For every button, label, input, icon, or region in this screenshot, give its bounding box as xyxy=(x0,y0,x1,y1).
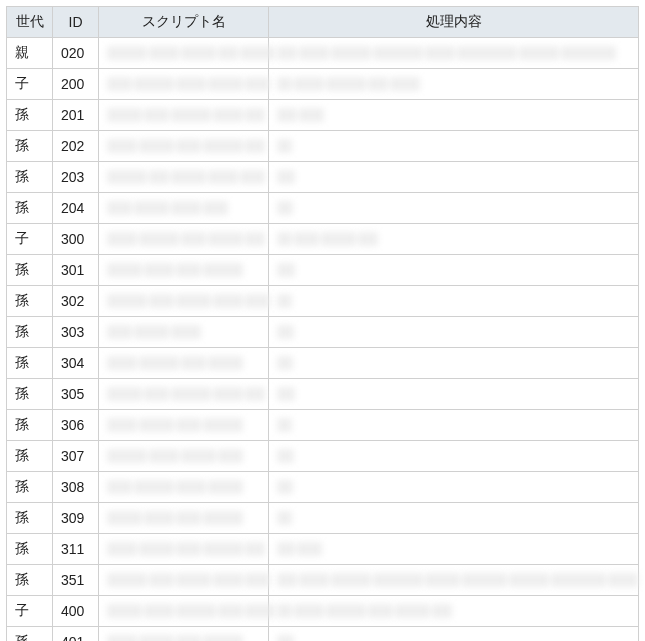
cell-script-name xyxy=(99,627,269,642)
cell-process xyxy=(269,596,639,627)
cell-script-name xyxy=(99,503,269,534)
cell-generation: 孫 xyxy=(7,255,53,286)
cell-process xyxy=(269,131,639,162)
cell-id: 020 xyxy=(53,38,99,69)
cell-id: 301 xyxy=(53,255,99,286)
cell-process xyxy=(269,162,639,193)
cell-process xyxy=(269,348,639,379)
cell-script-name xyxy=(99,162,269,193)
cell-process xyxy=(269,286,639,317)
cell-script-name xyxy=(99,193,269,224)
cell-process xyxy=(269,472,639,503)
cell-id: 306 xyxy=(53,410,99,441)
cell-generation: 孫 xyxy=(7,472,53,503)
cell-script-name xyxy=(99,379,269,410)
cell-process xyxy=(269,441,639,472)
cell-generation: 孫 xyxy=(7,627,53,642)
script-table: 世代 ID スクリプト名 処理内容 親020子200孫201孫202孫203孫2… xyxy=(6,6,639,641)
cell-id: 303 xyxy=(53,317,99,348)
table-row: 孫311 xyxy=(7,534,639,565)
cell-id: 401 xyxy=(53,627,99,642)
table-row: 孫308 xyxy=(7,472,639,503)
cell-process xyxy=(269,503,639,534)
table-row: 孫302 xyxy=(7,286,639,317)
cell-process xyxy=(269,565,639,596)
table-row: 孫305 xyxy=(7,379,639,410)
cell-generation: 孫 xyxy=(7,317,53,348)
cell-script-name xyxy=(99,317,269,348)
table-row: 子200 xyxy=(7,69,639,100)
header-row: 世代 ID スクリプト名 処理内容 xyxy=(7,7,639,38)
cell-process xyxy=(269,379,639,410)
cell-generation: 孫 xyxy=(7,193,53,224)
table-row: 孫301 xyxy=(7,255,639,286)
cell-script-name xyxy=(99,534,269,565)
cell-generation: 孫 xyxy=(7,286,53,317)
cell-generation: 孫 xyxy=(7,379,53,410)
cell-id: 201 xyxy=(53,100,99,131)
header-id: ID xyxy=(53,7,99,38)
cell-generation: 孫 xyxy=(7,565,53,596)
cell-script-name xyxy=(99,255,269,286)
cell-script-name xyxy=(99,472,269,503)
header-generation: 世代 xyxy=(7,7,53,38)
cell-process xyxy=(269,38,639,69)
cell-id: 302 xyxy=(53,286,99,317)
cell-script-name xyxy=(99,596,269,627)
cell-id: 202 xyxy=(53,131,99,162)
table-row: 孫204 xyxy=(7,193,639,224)
header-process: 処理内容 xyxy=(269,7,639,38)
table-row: 孫401 xyxy=(7,627,639,642)
cell-generation: 親 xyxy=(7,38,53,69)
table-row: 子300 xyxy=(7,224,639,255)
cell-generation: 孫 xyxy=(7,100,53,131)
cell-script-name xyxy=(99,38,269,69)
cell-id: 200 xyxy=(53,69,99,100)
table-row: 孫303 xyxy=(7,317,639,348)
cell-generation: 孫 xyxy=(7,410,53,441)
cell-script-name xyxy=(99,131,269,162)
table-row: 孫201 xyxy=(7,100,639,131)
table-row: 孫203 xyxy=(7,162,639,193)
cell-script-name xyxy=(99,69,269,100)
cell-script-name xyxy=(99,441,269,472)
cell-script-name xyxy=(99,224,269,255)
cell-generation: 孫 xyxy=(7,162,53,193)
cell-generation: 孫 xyxy=(7,441,53,472)
cell-id: 204 xyxy=(53,193,99,224)
cell-generation: 孫 xyxy=(7,534,53,565)
table-row: 親020 xyxy=(7,38,639,69)
table-row: 孫202 xyxy=(7,131,639,162)
cell-generation: 子 xyxy=(7,69,53,100)
cell-generation: 孫 xyxy=(7,131,53,162)
header-script-name: スクリプト名 xyxy=(99,7,269,38)
cell-process xyxy=(269,534,639,565)
table-row: 孫307 xyxy=(7,441,639,472)
table-row: 子400 xyxy=(7,596,639,627)
table-row: 孫309 xyxy=(7,503,639,534)
cell-process xyxy=(269,224,639,255)
cell-process xyxy=(269,100,639,131)
table-row: 孫306 xyxy=(7,410,639,441)
cell-id: 400 xyxy=(53,596,99,627)
cell-script-name xyxy=(99,100,269,131)
table-row: 孫304 xyxy=(7,348,639,379)
cell-id: 305 xyxy=(53,379,99,410)
cell-id: 351 xyxy=(53,565,99,596)
cell-script-name xyxy=(99,286,269,317)
table-row: 孫351 xyxy=(7,565,639,596)
cell-script-name xyxy=(99,565,269,596)
cell-id: 308 xyxy=(53,472,99,503)
cell-script-name xyxy=(99,348,269,379)
cell-process xyxy=(269,193,639,224)
cell-process xyxy=(269,317,639,348)
cell-generation: 子 xyxy=(7,596,53,627)
cell-process xyxy=(269,627,639,642)
cell-script-name xyxy=(99,410,269,441)
cell-process xyxy=(269,410,639,441)
cell-id: 307 xyxy=(53,441,99,472)
cell-id: 203 xyxy=(53,162,99,193)
cell-process xyxy=(269,69,639,100)
cell-id: 311 xyxy=(53,534,99,565)
cell-id: 309 xyxy=(53,503,99,534)
